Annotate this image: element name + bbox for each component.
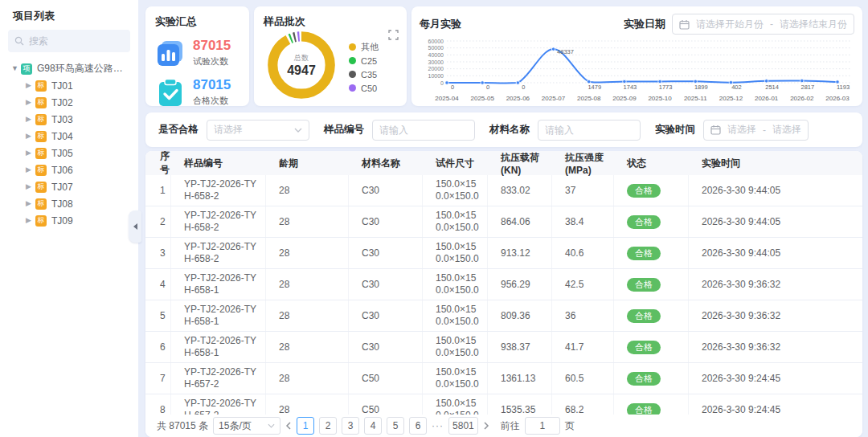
tree-item-label: TJ06 — [51, 165, 73, 176]
x-tick-label: 2025-09 — [612, 95, 637, 102]
cell-material: C30 — [349, 206, 423, 237]
pass-count-value: 87015 — [193, 78, 231, 93]
page-button-2[interactable]: 2 — [319, 417, 337, 435]
test-count-value: 87015 — [193, 39, 231, 54]
page-button-4[interactable]: 4 — [364, 417, 382, 435]
search-icon — [14, 36, 24, 46]
y-tick-label: 10000 — [428, 73, 444, 79]
chevron-right-icon — [483, 422, 489, 430]
cell-size: 150.0×150.0×150.0 — [423, 238, 488, 268]
material-filter-field[interactable] — [538, 120, 641, 141]
sidebar-item-tj04[interactable]: ▶标TJ04 — [0, 128, 138, 145]
tree-item-label: TJ08 — [51, 198, 73, 210]
cell-material: C50 — [349, 363, 423, 394]
cell-size: 150.0×150.0×150.0 — [423, 206, 488, 237]
caret-right-icon[interactable]: ▶ — [26, 133, 35, 140]
y-tick-label: 30000 — [428, 59, 444, 65]
search-input[interactable] — [29, 35, 117, 47]
sidebar-item-tj08[interactable]: ▶标TJ08 — [0, 195, 138, 212]
caret-right-icon[interactable]: ▶ — [26, 82, 35, 89]
month-range-picker[interactable]: 请选择开始月份 - 请选择结束月份 — [672, 14, 854, 35]
tree-item-label: TJ03 — [51, 114, 73, 125]
sidebar-item-tj01[interactable]: ▶标TJ01 — [0, 77, 138, 94]
sample-filter-input[interactable] — [379, 125, 468, 136]
sidebar-item-tj02[interactable]: ▶标TJ02 — [0, 94, 138, 111]
caret-right-icon[interactable]: ▶ — [26, 116, 35, 123]
sidebar-item-tj05[interactable]: ▶标TJ05 — [0, 145, 138, 161]
page-size-select[interactable]: 15条/页 — [213, 417, 280, 435]
cell-index: 1 — [145, 175, 171, 206]
end-month-placeholder[interactable]: 请选择结束月份 — [780, 18, 847, 31]
last-page-button[interactable]: 5801 — [448, 417, 478, 435]
monthly-experiments-card: 每月实验 实验日期 请选择开始月份 - 请选择结束月份 010000200003… — [411, 6, 862, 106]
x-tick-label: 2025-11 — [684, 95, 707, 102]
cell-sample_no: YP-TJ2-2026-TYH-657-2 — [171, 363, 266, 394]
x-tick-label: 2025-04 — [435, 95, 459, 102]
sidebar-item-tj06[interactable]: ▶标TJ06 — [0, 161, 138, 178]
search-box[interactable] — [8, 30, 130, 52]
legend-dot — [349, 71, 356, 78]
page-button-6[interactable]: 6 — [409, 417, 427, 435]
x-tick-label: 2026-02 — [790, 95, 814, 102]
tree-root-item[interactable]: ▼ 项 G98环岛高速公路大三亚段扩... — [0, 60, 138, 77]
sidebar-item-tj09[interactable]: ▶标TJ09 — [0, 212, 138, 229]
table-row: 3YP-TJ2-2026-TYH-658-228C30150.0×150.0×1… — [145, 238, 862, 269]
page-button-1[interactable]: 1 — [297, 417, 314, 435]
caret-right-icon[interactable]: ▶ — [26, 99, 35, 106]
time-start-placeholder[interactable]: 请选择 — [727, 123, 756, 137]
sidebar-collapse-handle[interactable] — [129, 210, 141, 243]
time-separator: - — [763, 125, 766, 136]
status-badge: 合格 — [627, 372, 661, 386]
table-row: 2YP-TJ2-2026-TYH-658-228C30150.0×150.0×1… — [145, 206, 862, 238]
page-button-5[interactable]: 5 — [387, 417, 404, 435]
cell-load: 809.36 — [488, 300, 552, 331]
experiment-date-label: 实验日期 — [624, 17, 665, 31]
collapse-left-icon — [133, 223, 137, 230]
pass-count-label: 合格次数 — [193, 95, 231, 107]
material-filter-input[interactable] — [545, 125, 633, 136]
caret-right-icon[interactable]: ▶ — [26, 149, 35, 157]
status-badge: 合格 — [627, 215, 661, 229]
time-range-picker[interactable]: 请选择 - 请选择 — [703, 120, 809, 141]
sample-filter-field[interactable] — [372, 120, 475, 141]
caret-right-icon[interactable]: ▶ — [26, 183, 35, 190]
time-end-placeholder[interactable]: 请选择 — [772, 123, 801, 137]
next-page-button[interactable] — [483, 422, 489, 430]
range-separator: - — [770, 18, 773, 30]
start-month-placeholder[interactable]: 请选择开始月份 — [696, 18, 764, 31]
data-label: 1899 — [694, 84, 708, 91]
caret-right-icon[interactable]: ▶ — [26, 166, 35, 174]
page-unit-label: 页 — [565, 419, 575, 433]
prev-page-button[interactable] — [285, 422, 292, 430]
page-button-3[interactable]: 3 — [342, 417, 359, 435]
pass-filter-select[interactable]: 请选择 — [207, 120, 309, 141]
section-icon: 标 — [35, 114, 47, 125]
sidebar-item-tj07[interactable]: ▶标TJ07 — [0, 178, 138, 195]
tree-item-label: TJ09 — [51, 215, 73, 227]
column-header-1: 样品编号 — [171, 157, 266, 170]
fullscreen-icon[interactable] — [388, 29, 399, 43]
monthly-card-title: 每月实验 — [420, 17, 461, 31]
caret-right-icon[interactable]: ▶ — [26, 217, 35, 224]
goto-page-input[interactable] — [525, 417, 560, 435]
pages-ellipsis[interactable]: ··· — [432, 420, 444, 431]
results-table-card: 序号样品编号龄期材料名称试件尺寸抗压载荷(KN)抗压强度(MPa)状态实验时间 … — [145, 151, 862, 437]
caret-down-icon[interactable]: ▼ — [11, 65, 21, 72]
cell-time: 2026-3-30 9:24:45 — [689, 363, 862, 394]
project-tree: ▼ 项 G98环岛高速公路大三亚段扩... ▶标TJ01▶标TJ02▶标TJ03… — [0, 60, 138, 229]
data-label: 402 — [731, 84, 742, 91]
legend-item-其他: 其他 — [349, 40, 379, 54]
chevron-down-icon — [294, 128, 302, 133]
cell-index: 3 — [145, 238, 171, 268]
monthly-line-chart: 010000200003000040000500006000002025-040… — [420, 36, 854, 108]
table-row: 4YP-TJ2-2026-TYH-658-128C30150.0×150.0×1… — [145, 269, 862, 300]
sidebar-item-tj03[interactable]: ▶标TJ03 — [0, 111, 138, 128]
cell-load: 833.02 — [488, 175, 552, 206]
cell-load: 1361.13 — [488, 363, 552, 394]
y-tick-label: 60000 — [428, 39, 444, 44]
sidebar-title: 项目列表 — [0, 0, 138, 30]
cell-status: 合格 — [614, 206, 689, 237]
column-header-4: 试件尺寸 — [423, 157, 488, 170]
section-icon: 标 — [35, 97, 47, 108]
caret-right-icon[interactable]: ▶ — [26, 200, 35, 207]
